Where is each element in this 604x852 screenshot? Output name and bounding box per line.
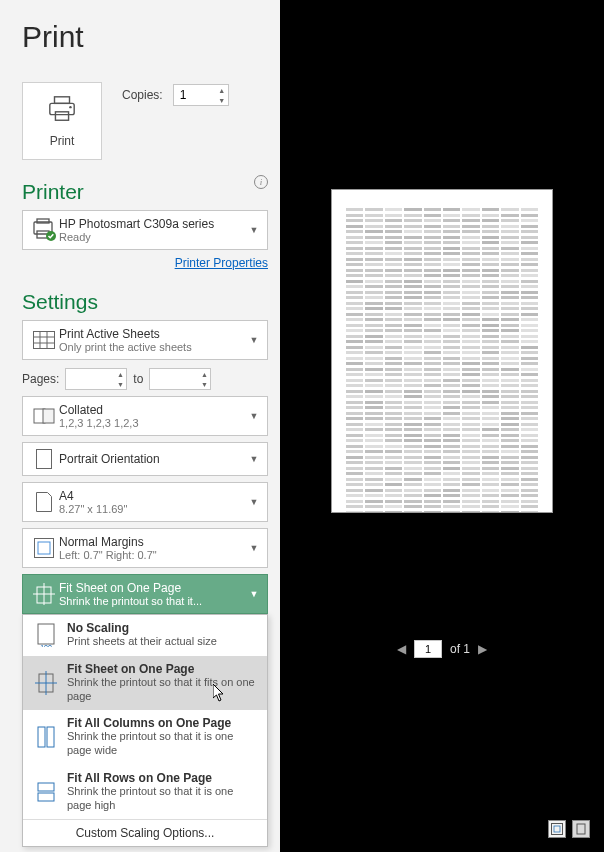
pages-from-up[interactable]: ▲ <box>114 369 126 379</box>
pager-prev[interactable]: ◀ <box>397 642 406 656</box>
pages-to-label: to <box>133 372 143 386</box>
svg-rect-17 <box>38 542 50 554</box>
grid-icon <box>29 331 59 349</box>
print-what-select[interactable]: Print Active Sheets Only print the activ… <box>22 320 268 360</box>
settings-section-title: Settings <box>22 290 268 314</box>
pages-to-down[interactable]: ▼ <box>198 379 210 389</box>
svg-rect-32 <box>577 824 585 834</box>
copies-spin-up[interactable]: ▲ <box>216 85 228 95</box>
collation-sub: 1,2,3 1,2,3 1,2,3 <box>59 417 247 429</box>
svg-rect-1 <box>50 103 74 114</box>
paper-size-select[interactable]: A4 8.27" x 11.69" ▼ <box>22 482 268 522</box>
scaling-sub: Shrink the printout so that it... <box>59 595 247 607</box>
margins-select[interactable]: Normal Margins Left: 0.7" Right: 0.7" ▼ <box>22 528 268 568</box>
fit-sheet-icon <box>31 662 61 704</box>
svg-rect-29 <box>38 793 54 801</box>
pages-label: Pages: <box>22 372 59 386</box>
custom-scaling-options[interactable]: Custom Scaling Options... <box>23 819 267 846</box>
show-margins-button[interactable] <box>548 820 566 838</box>
printer-name: HP Photosmart C309a series <box>59 217 247 231</box>
pages-to-up[interactable]: ▲ <box>198 369 210 379</box>
margins-title: Normal Margins <box>59 535 247 549</box>
print-left-panel: Print Print Copies: ▲ ▼ Print <box>0 0 280 852</box>
svg-text:100: 100 <box>40 644 52 647</box>
scaling-option-fit-sheet[interactable]: Fit Sheet on One Page Shrink the printou… <box>23 656 267 711</box>
print-button-label: Print <box>50 134 75 148</box>
printer-info-icon[interactable]: i <box>254 175 268 189</box>
chevron-down-icon: ▼ <box>247 411 261 421</box>
svg-point-3 <box>69 105 71 107</box>
svg-rect-27 <box>47 727 54 747</box>
svg-rect-31 <box>554 826 560 832</box>
portrait-icon <box>29 449 59 469</box>
svg-rect-14 <box>43 409 54 423</box>
svg-rect-21 <box>38 624 54 644</box>
orientation-title: Portrait Orientation <box>59 452 247 466</box>
paper-icon <box>29 492 59 512</box>
collation-title: Collated <box>59 403 247 417</box>
svg-rect-26 <box>38 727 45 747</box>
page-title: Print <box>22 20 268 54</box>
printer-device-icon <box>29 218 59 242</box>
pages-from-down[interactable]: ▼ <box>114 379 126 389</box>
chevron-down-icon: ▼ <box>247 543 261 553</box>
print-what-sub: Only print the active sheets <box>59 341 247 353</box>
scaling-title: Fit Sheet on One Page <box>59 581 247 595</box>
svg-rect-16 <box>35 539 54 558</box>
print-what-title: Print Active Sheets <box>59 327 247 341</box>
printer-status: Ready <box>59 231 247 243</box>
zoom-to-page-button[interactable] <box>572 820 590 838</box>
copies-spin-down[interactable]: ▼ <box>216 95 228 105</box>
scaling-select[interactable]: Fit Sheet on One Page Shrink the printou… <box>22 574 268 614</box>
printer-section-title: Printer <box>22 180 84 204</box>
collated-icon <box>29 407 59 425</box>
preview-pager: ◀ of 1 ▶ <box>397 640 487 658</box>
collation-select[interactable]: Collated 1,2,3 1,2,3 1,2,3 ▼ <box>22 396 268 436</box>
paper-title: A4 <box>59 489 247 503</box>
chevron-down-icon: ▼ <box>247 335 261 345</box>
fit-columns-icon <box>31 716 61 758</box>
no-scaling-icon: 100 <box>31 621 61 649</box>
print-button[interactable]: Print <box>22 82 102 160</box>
chevron-down-icon: ▼ <box>247 589 261 599</box>
scaling-option-fit-columns[interactable]: Fit All Columns on One Page Shrink the p… <box>23 710 267 765</box>
chevron-down-icon: ▼ <box>247 454 261 464</box>
margins-sub: Left: 0.7" Right: 0.7" <box>59 549 247 561</box>
fit-page-icon <box>29 583 59 605</box>
pager-current-input[interactable] <box>414 640 442 658</box>
chevron-down-icon: ▼ <box>247 497 261 507</box>
print-preview-panel: ◀ of 1 ▶ <box>280 0 604 852</box>
printer-properties-link[interactable]: Printer Properties <box>175 256 268 270</box>
pager-next[interactable]: ▶ <box>478 642 487 656</box>
orientation-select[interactable]: Portrait Orientation ▼ <box>22 442 268 476</box>
scaling-options-popup: 100 No Scaling Print sheets at their act… <box>22 614 268 847</box>
chevron-down-icon: ▼ <box>247 225 261 235</box>
printer-icon <box>47 95 77 126</box>
pager-total: of 1 <box>450 642 470 656</box>
copies-label: Copies: <box>122 88 163 102</box>
printer-select[interactable]: HP Photosmart C309a series Ready ▼ <box>22 210 268 250</box>
preview-page <box>332 190 552 512</box>
svg-rect-15 <box>37 450 52 469</box>
fit-rows-icon <box>31 771 61 813</box>
svg-rect-30 <box>552 824 563 835</box>
svg-rect-28 <box>38 783 54 791</box>
svg-rect-8 <box>34 332 55 349</box>
svg-rect-5 <box>37 219 49 223</box>
scaling-option-no-scaling[interactable]: 100 No Scaling Print sheets at their act… <box>23 615 267 656</box>
scaling-option-fit-rows[interactable]: Fit All Rows on One Page Shrink the prin… <box>23 765 267 820</box>
svg-rect-2 <box>55 111 68 119</box>
margins-icon <box>29 538 59 558</box>
paper-sub: 8.27" x 11.69" <box>59 503 247 515</box>
svg-rect-0 <box>55 96 70 103</box>
